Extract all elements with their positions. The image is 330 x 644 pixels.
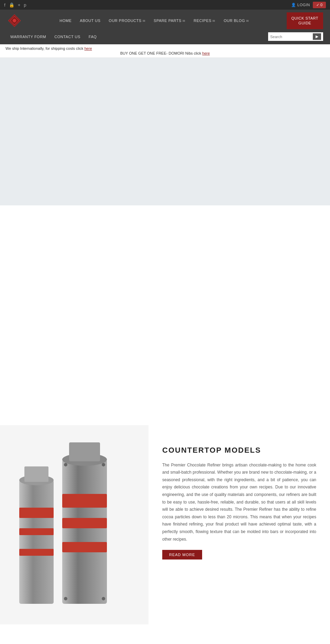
nav-spare-parts[interactable]: SPARE PARTS xyxy=(150,16,189,25)
svg-point-16 xyxy=(102,463,105,466)
countertop-content: COUNTERTOP MODELS The Premier Chocolate … xyxy=(148,425,330,624)
cart-button[interactable]: ✓ 0 xyxy=(313,2,326,8)
nav-warranty-form[interactable]: WARRANTY FORM xyxy=(7,32,50,42)
announcement-bar: We ship Internationally, for shipping co… xyxy=(0,44,330,58)
machine-placeholder xyxy=(0,425,148,624)
svg-rect-10 xyxy=(62,494,107,508)
login-button[interactable]: 👤 LOGIN xyxy=(291,3,310,7)
nav-row-2: WARRANTY FORM CONTACT US FAQ ▶ xyxy=(7,32,323,44)
products-section xyxy=(0,205,330,425)
facebook-icon[interactable]: f xyxy=(4,2,6,8)
svg-rect-6 xyxy=(19,549,54,556)
countertop-description: The Premier Chocolate Refiner brings art… xyxy=(162,462,316,543)
nav-about-us[interactable]: ABOUT US xyxy=(76,16,104,25)
announcement-line1: We ship Internationally, for shipping co… xyxy=(6,46,324,50)
svg-rect-5 xyxy=(19,528,54,535)
top-bar: f 🔒 + p 👤 LOGIN ✓ 0 xyxy=(0,0,330,10)
logo[interactable] xyxy=(7,13,22,28)
announcement-link2[interactable]: here xyxy=(202,51,210,55)
nav-recipes[interactable]: RECIPES xyxy=(190,16,219,25)
pinterest-icon[interactable]: p xyxy=(24,2,26,8)
social-icons: f 🔒 + p xyxy=(4,2,26,8)
announcement-link1[interactable]: here xyxy=(84,46,92,50)
search-input[interactable] xyxy=(270,35,311,39)
hero-banner xyxy=(0,58,330,205)
nav-our-products[interactable]: OUR PRODUCTS xyxy=(105,16,149,25)
svg-point-15 xyxy=(64,463,67,466)
countertop-title: COUNTERTOP MODELS xyxy=(162,446,316,455)
svg-rect-12 xyxy=(62,542,107,552)
login-label: LOGIN xyxy=(297,3,310,7)
nav-our-blog[interactable]: OUR BLOG xyxy=(220,16,253,25)
svg-rect-14 xyxy=(69,442,100,461)
nav-right: QUICK STARTGUIDE xyxy=(287,12,323,29)
announcement-line2: BUY ONE GET ONE FREE- DOMORI Nibs click … xyxy=(6,51,324,55)
plus-icon[interactable]: + xyxy=(18,2,21,8)
quick-start-guide-button[interactable]: QUICK STARTGUIDE xyxy=(287,12,323,29)
lock-icon[interactable]: 🔒 xyxy=(9,2,14,8)
announcement-text2: BUY ONE GET ONE FREE- DOMORI Nibs click xyxy=(120,51,202,55)
machine-images xyxy=(0,425,148,624)
svg-rect-3 xyxy=(19,480,54,604)
nav-faq[interactable]: FAQ xyxy=(85,32,100,42)
svg-rect-9 xyxy=(62,460,107,604)
announcement-text1: We ship Internationally, for shipping co… xyxy=(6,46,84,50)
svg-rect-11 xyxy=(62,518,107,528)
svg-point-2 xyxy=(13,19,16,22)
svg-rect-4 xyxy=(19,508,54,518)
svg-point-18 xyxy=(102,597,105,600)
cart-count: 0 xyxy=(320,3,322,7)
svg-rect-8 xyxy=(24,466,48,482)
nav-row-1: HOME ABOUT US OUR PRODUCTS SPARE PARTS R… xyxy=(7,10,323,32)
header: HOME ABOUT US OUR PRODUCTS SPARE PARTS R… xyxy=(0,10,330,44)
nav-contact-us[interactable]: CONTACT US xyxy=(51,32,84,42)
read-more-button[interactable]: READ MORE xyxy=(162,550,202,560)
top-bar-actions: 👤 LOGIN ✓ 0 xyxy=(291,2,326,8)
user-icon: 👤 xyxy=(291,3,296,7)
svg-point-17 xyxy=(64,597,67,600)
nav-links-row2: WARRANTY FORM CONTACT US FAQ xyxy=(7,32,100,42)
nav-home[interactable]: HOME xyxy=(56,16,75,25)
search-button[interactable]: ▶ xyxy=(313,33,321,40)
search-box: ▶ xyxy=(268,32,323,41)
countertop-section: COUNTERTOP MODELS The Premier Chocolate … xyxy=(0,425,330,624)
logo-area[interactable] xyxy=(7,13,22,28)
nav-links-row1: HOME ABOUT US OUR PRODUCTS SPARE PARTS R… xyxy=(22,16,287,25)
